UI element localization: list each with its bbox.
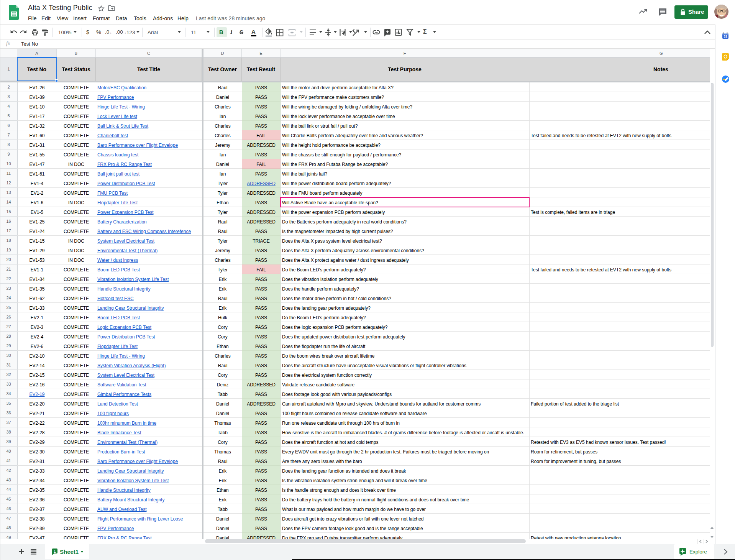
svg-text:1: 1: [54, 549, 56, 553]
svg-text:31: 31: [724, 34, 727, 38]
